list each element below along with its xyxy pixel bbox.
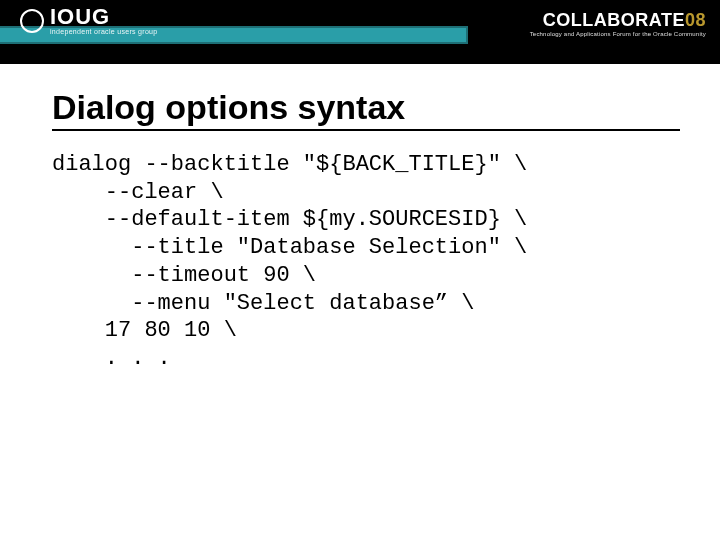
collaborate-logo-main: COLLABORATE08 [530,10,706,31]
collaborate-logo-sub: Technology and Applications Forum for th… [530,31,706,37]
collaborate-logo-prefix: COLLABORATE [543,10,685,30]
slide: IOUG independent oracle users group COLL… [0,0,720,540]
ioug-logo-main: IOUG [50,6,157,28]
collaborate-logo-year: 08 [685,10,706,30]
header-bar: IOUG independent oracle users group COLL… [0,0,720,64]
collaborate-logo: COLLABORATE08 Technology and Application… [530,10,706,37]
ioug-logo: IOUG independent oracle users group [20,6,157,35]
ioug-logo-text: IOUG independent oracle users group [50,6,157,35]
ioug-logo-sub: independent oracle users group [50,28,157,35]
code-block: dialog --backtitle "${BACK_TITLE}" \ --c… [52,151,680,373]
slide-title: Dialog options syntax [52,88,680,131]
ioug-logo-icon [20,9,44,33]
slide-content: Dialog options syntax dialog --backtitle… [0,64,720,373]
